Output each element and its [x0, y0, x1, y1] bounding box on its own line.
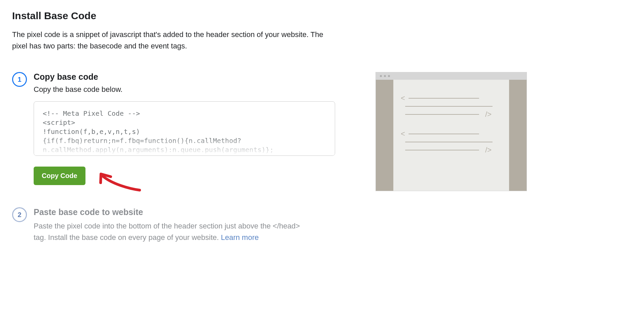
step-1-title: Copy base code [34, 72, 335, 82]
step-2-text: Paste the pixel code into the bottom of … [34, 220, 310, 243]
step-2: 2 Paste base code to website Paste the p… [12, 207, 335, 243]
page-title: Install Base Code [12, 10, 632, 22]
step-1-subtitle: Copy the base code below. [34, 85, 335, 94]
code-snippet-box[interactable]: <!-- Meta Pixel Code --> <script> !funct… [34, 101, 335, 156]
angle-bracket-icon: < [401, 94, 405, 103]
annotation-arrow-icon [96, 164, 143, 194]
learn-more-link[interactable]: Learn more [221, 233, 259, 242]
step-1: 1 Copy base code Copy the base code belo… [12, 72, 335, 199]
close-angle-icon: /> [485, 110, 492, 119]
page-description: The pixel code is a snippet of javascrip… [12, 29, 338, 52]
step-number-2: 2 [12, 207, 27, 222]
step-2-title: Paste base code to website [34, 207, 335, 217]
step-number-1: 1 [12, 72, 27, 87]
website-code-illustration: < /> < /> [375, 72, 527, 191]
close-angle-icon: /> [485, 146, 492, 154]
copy-code-button[interactable]: Copy Code [34, 167, 85, 185]
angle-bracket-icon: < [401, 130, 405, 138]
